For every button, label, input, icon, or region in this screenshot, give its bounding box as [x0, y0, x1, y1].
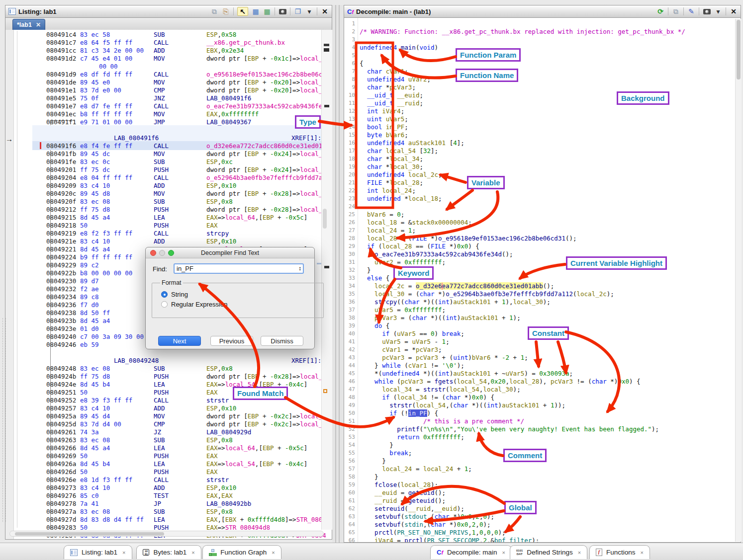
decompiler-line[interactable]: local_24 = local_24 + 1;: [360, 465, 472, 473]
decompiler-line[interactable]: }: [360, 441, 393, 449]
listing-row[interactable]: 0804927d8d 83 d8 d4 ff ffLEAEAX,[EBX + 0…: [46, 516, 326, 524]
decompiler-line[interactable]: setvbuf(stdout,(char *)0x0,2,0);: [360, 513, 494, 521]
listing-row[interactable]: 080491d2c7 45 e4 01 00MOVdword ptr [EBP …: [46, 55, 326, 63]
decompiler-line[interactable]: byte bVar6;: [360, 131, 408, 139]
decompiler-line[interactable]: int iVar4;: [360, 107, 404, 115]
tab-function-graph[interactable]: Function Graph×: [202, 545, 281, 559]
listing-row[interactable]: [46, 349, 326, 357]
decompiler-line[interactable]: if (!in_PF) {: [360, 409, 438, 417]
table-icon[interactable]: ▦: [252, 7, 260, 15]
listing-row[interactable]: 080491cc81 c3 34 2e 00 00ADDEBX,0x2e34: [46, 47, 326, 55]
decompiler-line[interactable]: if (uVar5 == 0) break;: [360, 330, 464, 338]
listing-row[interactable]: 0804927383 c4 10ADDESP,0x10: [46, 484, 326, 492]
decompiler-line[interactable]: prctl(PR_SET_NO_NEW_PRIVS,1,0,0,0);: [360, 529, 506, 537]
hscroll-thumb[interactable]: [15, 532, 164, 536]
decompiler-line[interactable]: bVar6 = 0;: [360, 211, 404, 219]
close-icon[interactable]: ×: [578, 550, 581, 556]
copy-icon[interactable]: ⧉: [672, 7, 680, 15]
listing-row[interactable]: 080491e7e8 d7 fe ff ffCALLo_eac7ee31b973…: [46, 102, 326, 110]
listing-row[interactable]: 0804920c89 45 d8MOVdword ptr [EBP + -0x2…: [46, 190, 326, 198]
decompiler-line[interactable]: char *pcVar3;: [360, 83, 416, 91]
dialog-titlebar[interactable]: Decompiler Find Text: [146, 247, 314, 258]
decompiler-line[interactable]: local_28 = (FILE *)o_e95618e9ef0153aec19…: [360, 235, 577, 242]
next-button[interactable]: Next: [158, 336, 201, 346]
decompiler-line[interactable]: break;: [360, 449, 412, 457]
listing-panel-header[interactable]: Listing: lab1 ⧉⎘↖▦▦❐▾✕: [5, 5, 332, 18]
close-icon[interactable]: ×: [191, 550, 194, 556]
decompiler-line[interactable]: }: [360, 473, 378, 481]
close-icon[interactable]: ×: [122, 550, 125, 556]
decompiler-line[interactable]: undefined4 main(void): [360, 44, 438, 52]
decompiler-line[interactable]: local_30 = (char *)o_e52964b3ae0fb3e7fef…: [360, 290, 614, 298]
listing-row[interactable]: 0804925a89 45 d4MOVdword ptr [EBP + -0x2…: [46, 412, 326, 420]
listing-row[interactable]: 080491c7e8 64 f5 ff ffCALL__x86.get_pc_t…: [46, 39, 326, 47]
display-options-icon[interactable]: ❐: [294, 7, 302, 15]
nav-mark-orange[interactable]: [323, 389, 327, 393]
close-icon[interactable]: ✕: [730, 7, 738, 15]
decompiler-line[interactable]: /* this is a pre comment */: [360, 417, 524, 425]
previous-button[interactable]: Previous: [210, 336, 253, 346]
listing-row[interactable]: 0804920983 c4 10ADDESP,0x10: [46, 182, 326, 190]
listing-row[interactable]: 080491f1e9 71 01 00 00JMPLAB_08049367: [46, 118, 326, 126]
close-icon[interactable]: ×: [641, 550, 644, 556]
decompiler-line[interactable]: bool in_PF;: [360, 123, 408, 131]
decompiler-line[interactable]: cVar1 = *pcVar3;: [360, 346, 442, 354]
radio-selected-icon[interactable]: [161, 291, 168, 298]
decompiler-line[interactable]: strstr(local_54,(char *)((int)auStack101…: [360, 401, 565, 409]
decompiler-line[interactable]: o_eac7ee31b97333a4c592cab9436fe34d();: [360, 250, 513, 258]
listing-row[interactable]: 0804926ee8 1d f3 ff ffCALLstrstr: [46, 476, 326, 484]
decompiler-line[interactable]: int local_24;: [360, 187, 416, 195]
nav-mark[interactable]: [324, 105, 329, 107]
find-input[interactable]: in_PF ▲▼: [174, 263, 304, 274]
listing-label-row[interactable]: LAB_08049248XREF[1]:: [46, 357, 326, 365]
decompiler-vscrollbar[interactable]: [735, 19, 742, 542]
vscroll-thumb[interactable]: [737, 20, 741, 80]
tab-bytes-lab1[interactable]: 1001Bytes: lab1×: [136, 545, 201, 559]
listing-doc-tab[interactable]: *lab1 ✕: [12, 19, 45, 30]
decompiler-line[interactable]: if (local_34 != (char *)0x0) {: [360, 394, 494, 401]
decompiler-line[interactable]: /* WARNING: Function: __x86.get_pc_thunk…: [360, 28, 685, 36]
snapshot-icon[interactable]: [703, 7, 711, 15]
listing-row[interactable]: 0804927a83 ec 08SUBESP,0x8: [46, 508, 326, 516]
decompiler-line[interactable]: return 0xffffffff;: [360, 433, 464, 441]
listing-row[interactable]: 0804926950PUSHEAX: [46, 452, 326, 460]
decompiler-line[interactable]: local_24 = 1;: [360, 227, 416, 235]
decompiler-line[interactable]: uVar5 = 0xffffffff;: [360, 306, 446, 314]
listing-row[interactable]: 08049219e8 f2 f3 ff ffCALLstrcpy: [46, 230, 326, 238]
decompiler-line[interactable]: pcVar3 = (char *)((int)auStack101 + 1);: [360, 314, 521, 322]
decompiler-line[interactable]: char *local_30;: [360, 163, 423, 171]
radio-regex[interactable]: Regular Expression: [161, 301, 317, 308]
decompiler-line[interactable]: if (local_28 == (FILE *)0x0) {: [360, 242, 479, 250]
decompiler-line[interactable]: char *local_34;: [360, 155, 423, 163]
refresh-icon[interactable]: ⟳: [656, 7, 664, 15]
snapshot-icon[interactable]: [279, 7, 286, 15]
decompiler-line[interactable]: iVar4 = prctl(PR_SET_SECCOMP,2,&bpf_filt…: [360, 537, 539, 543]
decompiler-line[interactable]: local_2c = o_d32e6ea772c7adcc860d0ce31ed…: [360, 282, 554, 290]
listing-row[interactable]: 0804921e83 c4 10ADDESP,0x10: [46, 238, 326, 245]
listing-row[interactable]: 0804924bff 75 d8PUSHdword ptr [EBP + -0x…: [46, 373, 326, 381]
close-icon[interactable]: ✕: [321, 7, 329, 15]
table-edit-icon[interactable]: ▦: [263, 7, 271, 15]
listing-row[interactable]: 080491f6e8 f4 fe ff ffCALLo_d32e6ea772c7…: [46, 142, 326, 150]
listing-row[interactable]: 08049212ff 75 d8PUSHdword ptr [EBP + -0x…: [46, 206, 326, 214]
listing-row[interactable]: 0804921850PUSHEAX: [46, 222, 326, 230]
edit-icon[interactable]: ✎: [687, 7, 695, 15]
listing-hscrollbar[interactable]: [9, 531, 324, 537]
listing-row[interactable]: 080492158d 45 a4LEAEAX=>local_64,[EBP + …: [46, 214, 326, 222]
decompiler-line[interactable]: __uid_t __euid;: [360, 91, 423, 99]
tab-defined-strings[interactable]: 0101DATDefined Strings×: [510, 545, 587, 559]
listing-row[interactable]: 0804926174 3aJZLAB_0804929d: [46, 428, 326, 436]
decompiler-line[interactable]: setvbuf(stdin,(char *)0x0,2,0);: [360, 521, 490, 529]
listing-row[interactable]: 080491e575 0fJNZLAB_080491f6: [46, 94, 326, 102]
listing-row[interactable]: 00 00: [46, 63, 326, 71]
tab-listing-lab1[interactable]: Listing: lab1×: [64, 545, 132, 559]
decompiler-line[interactable]: setreuid(__ruid,__euid);: [360, 505, 464, 513]
decompiler-line[interactable]: __uid_t __ruid;: [360, 99, 423, 107]
decompiler-line[interactable]: fclose(local_28);: [360, 481, 438, 489]
decompiler-line[interactable]: printf("\n%s\n","You\'ve been very naugh…: [360, 425, 659, 433]
decompiler-line[interactable]: }: [360, 266, 371, 274]
nav-mark[interactable]: [324, 44, 329, 46]
decompiler-line[interactable]: undefined *local_18;: [360, 195, 442, 203]
listing-row[interactable]: 08049204e8 04 ff ff ffCALLo_e52964b3ae0f…: [46, 174, 326, 182]
listing-row[interactable]: 080491de89 45 e0MOVdword ptr [EBP + -0x2…: [46, 79, 326, 86]
